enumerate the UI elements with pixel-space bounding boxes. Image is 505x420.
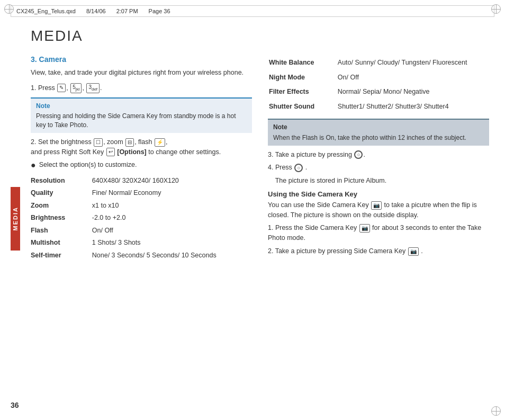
setting-value: On/ Off: [92, 225, 252, 237]
settings-row: Flash On/ Off: [31, 225, 252, 237]
crosshair-bottom-right: [491, 406, 501, 416]
right-setting-value: On/ Off: [338, 71, 488, 85]
step-3: 3. Take a picture by pressing ○.: [268, 150, 489, 160]
setting-value: x1 to x10: [92, 200, 252, 212]
header-page-ref: Page 36: [149, 8, 170, 14]
header-date: 8/14/06: [86, 8, 106, 14]
right-setting-value: Auto/ Sunny/ Cloudy/ Tungsten/ Fluoresce…: [338, 56, 488, 70]
right-column: White Balance Auto/ Sunny/ Cloudy/ Tungs…: [268, 55, 489, 409]
page-container: CX245_Eng_Telus.qxd 8/14/06 2:07 PM Page…: [0, 0, 505, 420]
brightness-icon: ☐: [94, 138, 103, 147]
settings-row: Zoom x1 to x10: [31, 200, 252, 212]
side-camera-step-2: 2. Take a picture by pressing Side Camer…: [268, 246, 489, 256]
sidebar-media-label: MEDIA: [12, 207, 19, 230]
ok-circle-step3: ○: [354, 150, 363, 159]
right-setting-label: Shutter Sound: [269, 100, 337, 114]
options-label: [Options]: [117, 148, 147, 156]
bullet-customize: ● Select the option(s) to customize.: [31, 160, 252, 170]
setting-label: Flash: [31, 225, 92, 237]
right-setting-value: Normal/ Sepia/ Mono/ Negative: [338, 85, 488, 99]
header-time: 2:07 PM: [116, 8, 138, 14]
step-4-stored: The picture is stored in Picture Album.: [268, 176, 489, 186]
side-camera-key-icon-1: 📷: [371, 201, 382, 210]
setting-value: None/ 3 Seconds/ 5 Seconds/ 10 Seconds: [92, 249, 252, 262]
side-camera-text: You can use the Side Camera Key 📷 to tak…: [268, 200, 489, 220]
section-heading: 3. Camera: [31, 55, 252, 64]
right-settings-row: White Balance Auto/ Sunny/ Cloudy/ Tungs…: [269, 56, 488, 70]
crosshair-top-right: [491, 4, 501, 14]
setting-value: Fine/ Normal/ Economy: [92, 187, 252, 200]
side-camera-key-icon-3: 📷: [408, 247, 419, 256]
page-number: 36: [11, 401, 19, 409]
settings-row: Resolution 640X480/ 320X240/ 160X120: [31, 175, 252, 187]
right-settings-row: Filter Effects Normal/ Sepia/ Mono/ Nega…: [269, 85, 488, 99]
setting-label: Self-timer: [31, 249, 92, 262]
settings-row: Quality Fine/ Normal/ Economy: [31, 187, 252, 200]
step2-text: 2. Set the brightness ☐, zoom ⊟, flash ⚡…: [31, 138, 221, 156]
setting-value: 640X480/ 320X240/ 160X120: [92, 175, 252, 187]
bullet-symbol: ●: [31, 160, 36, 170]
3def-icon: 3def: [86, 83, 100, 93]
bullet-text: Select the option(s) to customize.: [39, 160, 137, 170]
setting-label: Multishot: [31, 237, 92, 249]
sidebar: MEDIA: [0, 17, 20, 420]
two-column-layout: 3. Camera View, take, and trade your dig…: [31, 55, 489, 409]
right-settings-row: Night Mode On/ Off: [269, 71, 488, 85]
pencil-icon: ✎: [57, 84, 66, 92]
side-camera-key-icon-2: 📷: [359, 224, 370, 233]
settings-row: Brightness -2.0 to +2.0: [31, 212, 252, 225]
step-4: 4. Press ○ .: [268, 163, 489, 173]
sidebar-media-bar: MEDIA: [11, 187, 20, 251]
right-setting-label: White Balance: [269, 56, 337, 70]
note-text-1: Pressing and holding the Side Camera Key…: [36, 112, 236, 129]
right-setting-label: Night Mode: [269, 71, 337, 85]
flash-icon: ⚡: [155, 138, 165, 147]
settings-row: Self-timer None/ 3 Seconds/ 5 Seconds/ 1…: [31, 249, 252, 262]
left-column: 3. Camera View, take, and trade your dig…: [31, 55, 252, 409]
ok-circle-step4: ○: [294, 164, 303, 172]
note-box-step1: Note Pressing and holding the Side Camer…: [31, 97, 252, 133]
side-camera-step-1: 1. Press the Side Camera Key 📷 for about…: [268, 223, 489, 243]
settings-table: Resolution 640X480/ 320X240/ 160X120 Qua…: [31, 175, 252, 262]
header-bar: CX245_Eng_Telus.qxd 8/14/06 2:07 PM Page…: [11, 5, 494, 17]
right-setting-value: Shutter1/ Shutter2/ Shutter3/ Shutter4: [338, 100, 488, 114]
setting-label: Quality: [31, 187, 92, 200]
side-camera-heading: Using the Side Camera Key: [268, 190, 489, 198]
note-text-2: When the Flash is On, take the photo wit…: [273, 134, 466, 141]
content-area: MEDIA 3. Camera View, take, and trade yo…: [20, 17, 505, 420]
filename: CX245_Eng_Telus.qxd: [16, 8, 76, 14]
note-title-2: Note: [273, 123, 484, 132]
note-box-flash: Note When the Flash is On, take the phot…: [268, 119, 489, 146]
setting-value: 1 Shots/ 3 Shots: [92, 237, 252, 249]
step-2: 2. Set the brightness ☐, zoom ⊟, flash ⚡…: [31, 137, 252, 157]
right-settings-row: Shutter Sound Shutter1/ Shutter2/ Shutte…: [269, 100, 488, 114]
5jkl-icon: 5jkl: [70, 83, 82, 93]
setting-label: Brightness: [31, 212, 92, 225]
main-content: MEDIA MEDIA 3. Camera View, take, and tr…: [0, 17, 505, 420]
crosshair-top-left: [4, 4, 14, 14]
step1-label: 1. Press: [31, 84, 55, 92]
page-title: MEDIA: [31, 28, 489, 44]
setting-label: Resolution: [31, 175, 92, 187]
settings-row: Multishot 1 Shots/ 3 Shots: [31, 237, 252, 249]
right-setting-label: Filter Effects: [269, 85, 337, 99]
setting-value: -2.0 to +2.0: [92, 212, 252, 225]
right-soft-key-icon: ↩: [106, 148, 115, 156]
setting-label: Zoom: [31, 200, 92, 212]
step-1: 1. Press ✎, 5jkl, 3def.: [31, 83, 252, 93]
note-title-1: Note: [36, 102, 247, 111]
right-settings-table: White Balance Auto/ Sunny/ Cloudy/ Tungs…: [268, 55, 489, 114]
zoom-icon: ⊟: [125, 138, 134, 147]
intro-text: View, take, and trade your digital pictu…: [31, 68, 252, 78]
